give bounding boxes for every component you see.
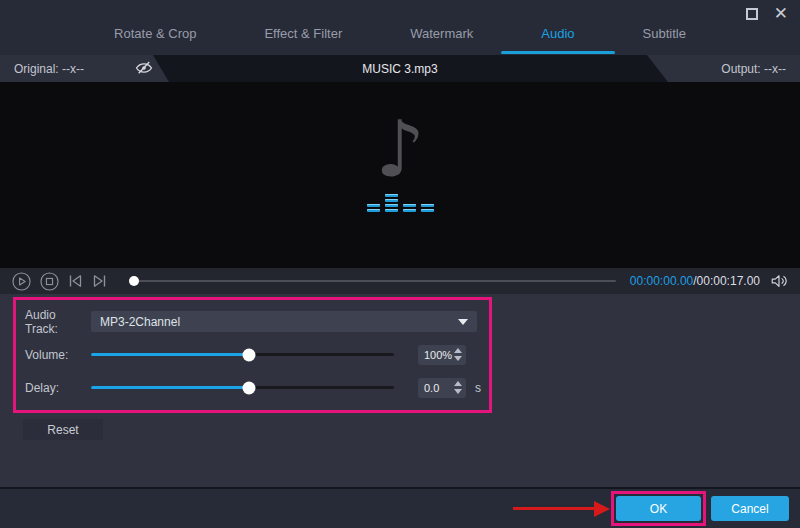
ok-button[interactable]: OK xyxy=(616,496,701,521)
volume-value-field[interactable]: 100% xyxy=(418,345,466,365)
ok-button-highlight: OK xyxy=(611,491,706,526)
time-display: 00:00:00.00/00:00:17.00 xyxy=(630,274,760,288)
spinner-up-icon[interactable] xyxy=(454,348,462,353)
play-icon[interactable] xyxy=(12,272,31,291)
red-arrow-annotation xyxy=(513,501,610,517)
tab-label: Rotate & Crop xyxy=(114,26,196,41)
audio-track-label: Audio Track: xyxy=(25,308,91,336)
spinner-up-icon[interactable] xyxy=(454,381,462,386)
tab-label: Subtitle xyxy=(643,26,686,41)
speaker-icon[interactable] xyxy=(770,273,788,289)
audio-track-row: Audio Track: MP3-2Channel xyxy=(25,305,479,338)
output-label: Output: --x-- xyxy=(721,62,786,76)
previous-frame-icon[interactable] xyxy=(68,274,83,288)
arrow-shaft xyxy=(513,507,595,510)
music-note-icon: ♪ xyxy=(375,110,425,188)
tab-bar: Rotate & Crop Effect & Filter Watermark … xyxy=(0,0,800,55)
window-controls: ✕ xyxy=(746,7,788,21)
volume-slider-thumb[interactable] xyxy=(242,348,255,361)
player-bar: 00:00:00.00/00:00:17.00 xyxy=(0,268,800,294)
spinner-down-icon[interactable] xyxy=(454,356,462,361)
audio-settings-panel-highlight: Audio Track: MP3-2Channel Volume: 100% D… xyxy=(13,297,492,413)
close-icon[interactable]: ✕ xyxy=(774,7,788,21)
delay-label: Delay: xyxy=(25,381,91,395)
delay-value-field[interactable]: 0.0 xyxy=(418,378,466,398)
tab-subtitle[interactable]: Subtitle xyxy=(635,12,694,55)
original-resolution-tag: Original: --x-- xyxy=(0,55,170,82)
tab-rotate-crop[interactable]: Rotate & Crop xyxy=(106,12,204,55)
output-resolution-tag: Output: --x-- xyxy=(647,55,800,82)
delay-row: Delay: 0.0 s xyxy=(25,371,479,404)
eye-hidden-icon[interactable] xyxy=(135,60,153,76)
maximize-icon[interactable] xyxy=(746,8,758,20)
audio-track-dropdown[interactable]: MP3-2Channel xyxy=(91,311,477,332)
delay-slider-fill xyxy=(91,386,249,389)
footer-bar: OK Cancel xyxy=(0,487,800,528)
equalizer-icon xyxy=(367,194,434,212)
delay-slider[interactable] xyxy=(91,386,394,389)
stop-icon[interactable] xyxy=(40,272,59,291)
delay-value: 0.0 xyxy=(424,382,439,394)
delay-spinner xyxy=(454,381,462,394)
tab-label: Audio xyxy=(541,26,574,41)
volume-value: 100% xyxy=(424,349,452,361)
original-label: Original: --x-- xyxy=(14,62,84,76)
cancel-button[interactable]: Cancel xyxy=(711,496,789,521)
audio-track-value: MP3-2Channel xyxy=(100,315,180,329)
volume-row: Volume: 100% xyxy=(25,338,479,371)
current-time: 00:00:00.00 xyxy=(630,274,693,288)
volume-label: Volume: xyxy=(25,348,91,362)
tab-label: Effect & Filter xyxy=(264,26,342,41)
titlebar: Rotate & Crop Effect & Filter Watermark … xyxy=(0,0,800,55)
preview-area: ♪ xyxy=(0,82,800,268)
progress-thumb[interactable] xyxy=(129,276,139,286)
volume-spinner xyxy=(454,348,462,361)
playback-progress-slider[interactable] xyxy=(134,280,616,282)
tab-effect-filter[interactable]: Effect & Filter xyxy=(256,12,350,55)
total-time: 00:00:17.00 xyxy=(697,274,760,288)
delay-slider-thumb[interactable] xyxy=(242,381,255,394)
tab-audio[interactable]: Audio xyxy=(533,12,582,55)
info-bar: MUSIC 3.mp3 Original: --x-- Output: --x-… xyxy=(0,55,800,82)
spinner-down-icon[interactable] xyxy=(454,389,462,394)
next-frame-icon[interactable] xyxy=(92,274,107,288)
delay-unit: s xyxy=(475,381,481,395)
tab-watermark[interactable]: Watermark xyxy=(402,12,481,55)
arrow-head xyxy=(594,501,610,517)
audio-settings-section: Audio Track: MP3-2Channel Volume: 100% D… xyxy=(0,294,800,487)
chevron-down-icon xyxy=(458,319,468,325)
volume-slider[interactable] xyxy=(91,353,394,356)
tab-label: Watermark xyxy=(410,26,473,41)
reset-button[interactable]: Reset xyxy=(23,419,103,440)
volume-slider-fill xyxy=(91,353,249,356)
